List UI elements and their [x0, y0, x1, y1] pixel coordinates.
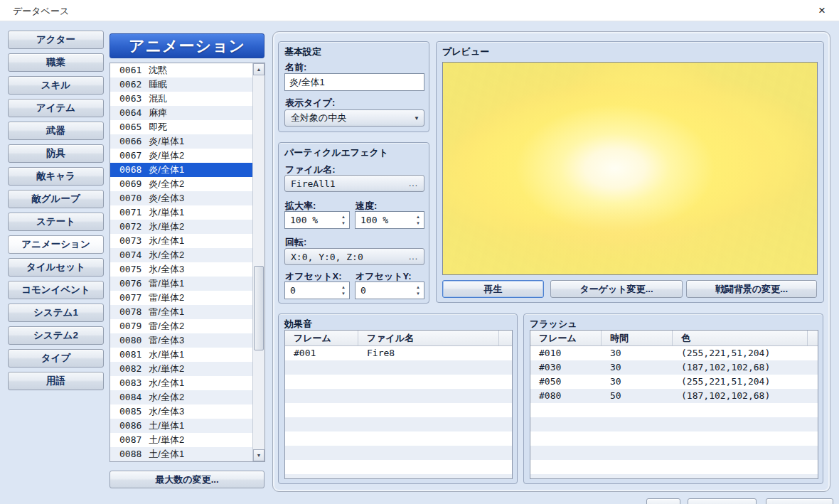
animation-list-item[interactable]: 0087土/単体2 [110, 433, 252, 447]
cutoff-button[interactable] [766, 498, 833, 504]
animation-list-item[interactable]: 0082水/単体2 [110, 362, 252, 376]
animation-id: 0070 [119, 193, 141, 203]
change-target-button[interactable]: ターゲット変更... [550, 280, 683, 298]
close-icon[interactable]: × [813, 2, 830, 19]
animation-list-item[interactable]: 0072氷/単体2 [110, 220, 252, 234]
spinner-up-icon[interactable]: ▲ [416, 285, 420, 289]
animation-name: 土/全体1 [149, 449, 184, 459]
sidebar-item[interactable]: アニメーション [8, 235, 104, 254]
animation-list: 0061沈黙0062睡眠0063混乱0064麻痺0065即死0066炎/単体10… [109, 63, 265, 462]
speed-value: 100 % [356, 215, 412, 225]
sidebar-item[interactable]: タイプ [8, 349, 104, 368]
preview-group: プレビュー 再生 ターゲット変更... 戦闘背景の変更... [436, 41, 824, 303]
animation-list-item[interactable]: 0076雷/単体1 [110, 277, 252, 291]
table-row[interactable]: #08050(187,102,102,68) [530, 389, 818, 403]
sidebar-item[interactable]: スキル [8, 76, 104, 95]
speed-spinner[interactable]: 100 % ▲▼ [355, 211, 424, 229]
name-input[interactable]: 炎/全体1 [284, 73, 424, 91]
animation-list-item[interactable]: 0062睡眠 [110, 77, 252, 92]
animation-list-item[interactable]: 0065即死 [110, 120, 252, 134]
animation-list-item[interactable]: 0083水/全体1 [110, 376, 252, 390]
scrollbar-thumb[interactable] [254, 266, 264, 350]
animation-list-item[interactable]: 0079雷/全体2 [110, 319, 252, 333]
spinner-up-icon[interactable]: ▲ [416, 215, 420, 219]
animation-list-item[interactable]: 0074氷/全体2 [110, 248, 252, 262]
animation-list-item[interactable]: 0073氷/全体1 [110, 234, 252, 248]
animation-list-item[interactable]: 0061沈黙 [110, 63, 252, 77]
cutoff-button[interactable] [688, 498, 757, 504]
animation-list-item[interactable]: 0085水/全体3 [110, 404, 252, 419]
table-cell: 30 [602, 346, 673, 360]
table-cell: (255,221,51,204) [673, 375, 808, 389]
animation-list-item[interactable]: 0069炎/全体2 [110, 177, 252, 191]
table-empty-row [530, 417, 818, 431]
sound-effects-table: フレームファイル名#001Fire8 [284, 330, 513, 479]
animation-list-scrollbar[interactable]: ▲ ▼ [252, 63, 264, 461]
sidebar-item[interactable]: 敵グループ [8, 190, 104, 208]
animation-list-item[interactable]: 0080雷/全体3 [110, 333, 252, 348]
sidebar-item[interactable]: ステート [8, 213, 104, 231]
animation-list-item[interactable]: 0064麻痺 [110, 106, 252, 120]
animation-name: 炎/全体1 [149, 164, 184, 175]
sidebar-item[interactable]: タイルセット [8, 258, 104, 277]
sidebar-item[interactable]: 職業 [8, 53, 104, 72]
sidebar-item[interactable]: 用語 [8, 372, 104, 390]
table-row[interactable]: #05030(255,221,51,204) [530, 375, 818, 389]
animation-list-item[interactable]: 0070炎/全体3 [110, 191, 252, 205]
table-row[interactable]: #03030(187,102,102,68) [530, 360, 818, 375]
spinner-down-icon[interactable]: ▼ [341, 291, 346, 296]
change-maximum-button[interactable]: 最大数の変更... [109, 471, 264, 488]
offset-x-spinner[interactable]: 0 ▲▼ [284, 282, 350, 299]
animation-list-item[interactable]: 0078雷/全体1 [110, 305, 252, 319]
scroll-down-icon[interactable]: ▼ [253, 449, 264, 461]
animation-name: 炎/全体2 [149, 178, 184, 189]
animation-list-item[interactable]: 0084水/全体2 [110, 390, 252, 404]
sidebar-item[interactable]: システム2 [8, 326, 104, 345]
play-button[interactable]: 再生 [442, 280, 544, 298]
offset-y-spinner[interactable]: 0 ▲▼ [355, 282, 424, 299]
rotation-button[interactable]: X:0, Y:0, Z:0 ... [284, 248, 424, 265]
spinner-up-icon[interactable]: ▲ [341, 285, 346, 289]
table-empty-row [530, 431, 818, 446]
animation-rows: 0061沈黙0062睡眠0063混乱0064麻痺0065即死0066炎/単体10… [110, 63, 252, 461]
table-row[interactable]: #001Fire8 [285, 346, 512, 360]
animation-list-item[interactable]: 0067炎/単体2 [110, 149, 252, 163]
animation-id: 0064 [119, 107, 141, 118]
sidebar-item[interactable]: アイテム [8, 99, 104, 117]
sidebar-item[interactable]: コモンイベント [8, 281, 104, 299]
animation-list-item[interactable]: 0075氷/全体3 [110, 262, 252, 277]
sidebar-item[interactable]: 武器 [8, 122, 104, 140]
animation-list-item[interactable]: 0066炎/単体1 [110, 134, 252, 149]
animation-name: 雷/全体1 [149, 306, 184, 317]
column-header: 時間 [602, 331, 673, 345]
animation-id: 0081 [119, 349, 141, 360]
spinner-down-icon[interactable]: ▼ [416, 221, 420, 225]
sidebar-item[interactable]: 敵キャラ [8, 167, 104, 186]
animation-list-item[interactable]: 0071氷/単体1 [110, 205, 252, 220]
particle-file-button[interactable]: FireAll1 ... [284, 175, 424, 192]
spinner-down-icon[interactable]: ▼ [416, 291, 420, 296]
scale-spinner[interactable]: 100 % ▲▼ [284, 211, 350, 229]
table-row[interactable]: #01030(255,221,51,204) [530, 346, 818, 360]
spinner-down-icon[interactable]: ▼ [341, 221, 346, 225]
table-cell: #080 [530, 389, 602, 403]
cutoff-button[interactable] [646, 498, 680, 504]
animation-list-item[interactable]: 0077雷/単体2 [110, 291, 252, 305]
sidebar-item[interactable]: システム1 [8, 304, 104, 322]
display-type-select[interactable]: 全対象の中央 ▼ [284, 109, 424, 127]
animation-list-item[interactable]: 0063混乱 [110, 92, 252, 106]
animation-name: 氷/単体1 [149, 207, 184, 218]
table-cell: (187,102,102,68) [673, 389, 808, 403]
animation-list-item[interactable]: 0068炎/全体1 [110, 163, 252, 177]
change-battleback-button[interactable]: 戦闘背景の変更... [686, 280, 817, 298]
spinner-up-icon[interactable]: ▲ [341, 215, 346, 219]
sidebar-item[interactable]: アクター [8, 31, 104, 49]
table-empty-row [285, 389, 512, 403]
animation-list-item[interactable]: 0086土/単体1 [110, 419, 252, 433]
sidebar-item[interactable]: 防具 [8, 144, 104, 163]
table-cell: 30 [602, 375, 673, 389]
animation-list-item[interactable]: 0081水/単体1 [110, 348, 252, 362]
animation-list-item[interactable]: 0088土/全体1 [110, 447, 252, 461]
scroll-up-icon[interactable]: ▲ [253, 63, 264, 75]
table-empty-row [530, 460, 818, 474]
